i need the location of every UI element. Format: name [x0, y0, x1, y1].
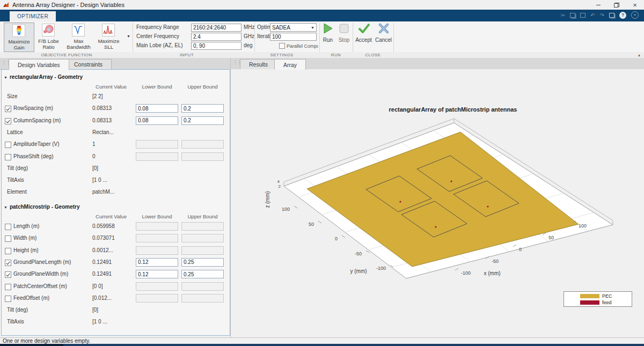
quick-access-toolbar: ✂ ↶ ↷ ? ▾ — [561, 11, 639, 19]
cut-icon[interactable]: ✂ — [561, 12, 565, 18]
minimize-button[interactable] — [589, 0, 608, 10]
variable-checkbox[interactable] — [5, 296, 11, 302]
y-axis-label: y (mm) — [350, 268, 367, 274]
fb-lobe-ratio-button[interactable]: F/B Lobe Ratio — [34, 23, 63, 51]
lower-bound-input[interactable] — [136, 104, 178, 113]
section-header[interactable]: ▼rectangularArray - Geometry — [4, 74, 83, 80]
restore-button[interactable] — [608, 0, 626, 10]
lower-bound-input — [136, 294, 178, 303]
current-value: 0.08313 — [92, 117, 112, 123]
maximize-gain-button[interactable]: Maximize Gain — [4, 23, 34, 52]
variables-table: ▼rectangularArray - GeometryCurrent Valu… — [2, 70, 230, 335]
close-section-label: CLOSE — [354, 53, 392, 57]
section-header[interactable]: ▼patchMicrostrip - Geometry — [4, 204, 80, 210]
upper-bound-input — [181, 234, 224, 242]
objective-section-label: OBJECTIVE FUNCTION — [13, 53, 120, 57]
main-lobe-input[interactable] — [191, 42, 241, 50]
center-frequency-unit: GHz — [244, 33, 254, 39]
variable-checkbox[interactable] — [5, 106, 11, 112]
upper-bound-input[interactable] — [181, 270, 224, 278]
stop-icon — [338, 23, 350, 34]
column-header: Current Value — [82, 84, 141, 90]
variable-checkbox[interactable] — [5, 271, 11, 278]
upper-bound-input — [181, 140, 224, 149]
column-header: Upper Bound — [181, 84, 224, 90]
lower-bound-input[interactable] — [136, 258, 178, 267]
tab-optimizer[interactable]: OPTIMIZER — [10, 11, 56, 21]
undo-icon[interactable]: ↶ — [590, 12, 595, 18]
z-tick-label: 2 — [279, 184, 281, 189]
y-tick-label: 0 — [335, 236, 338, 241]
variable-label: Tilt (deg) — [7, 165, 28, 171]
window-layout-icon[interactable] — [609, 13, 614, 18]
sidelobe-pattern-icon — [102, 24, 115, 36]
copy-icon[interactable] — [570, 13, 575, 18]
tab-array[interactable]: Array — [274, 59, 306, 70]
center-frequency-input[interactable] — [191, 33, 241, 41]
run-label: Run — [320, 37, 335, 43]
collapse-ribbon-icon[interactable]: ▴ — [638, 53, 640, 57]
frequency-range-input[interactable] — [191, 24, 241, 32]
stop-button[interactable]: Stop — [336, 23, 352, 43]
play-icon — [322, 23, 334, 34]
variable-checkbox[interactable] — [5, 248, 11, 254]
matlab-logo-icon — [3, 2, 9, 8]
parallel-computing-checkbox[interactable] — [279, 43, 285, 49]
variable-label: Height (m) — [13, 247, 39, 253]
current-value: Rectan... — [92, 129, 114, 135]
main-lobe-label: Main Lobe (AZ, EL) — [136, 42, 183, 48]
optimizer-dropdown[interactable]: SADEA ▼ — [270, 23, 317, 32]
lower-bound-input — [136, 282, 178, 291]
max-bandwidth-button[interactable]: Max Bandwidth — [64, 23, 93, 51]
upper-bound-input[interactable] — [181, 258, 224, 267]
profile-icon[interactable]: ▾ — [631, 11, 639, 19]
window-title: Antenna Array Designer - Design Variable… — [12, 2, 125, 8]
current-value: [1 0 ... — [92, 319, 107, 325]
variable-checkbox[interactable] — [5, 224, 11, 230]
run-button[interactable]: Run — [320, 23, 335, 43]
upper-bound-input — [181, 222, 224, 231]
legend-label: feed — [602, 300, 612, 305]
array-view-panel: rectangularArray of patchMicrostrip ante… — [231, 69, 644, 337]
variable-label: RowSpacing (m) — [13, 105, 53, 111]
maximize-sll-button[interactable]: Maximize SLL — [94, 23, 123, 51]
close-button[interactable]: × — [626, 0, 644, 10]
help-icon[interactable]: ? — [619, 12, 626, 19]
variable-checkbox[interactable] — [5, 118, 11, 124]
accept-button[interactable]: Accept — [354, 23, 373, 43]
cancel-button[interactable]: Cancel — [374, 23, 393, 43]
variable-label: ColumnSpacing (m) — [13, 117, 61, 123]
variable-checkbox[interactable] — [5, 260, 11, 266]
current-value: [2 2] — [92, 93, 103, 99]
variable-checkbox[interactable] — [5, 235, 11, 242]
lower-bound-input — [136, 234, 178, 242]
button-label: Maximize SLL — [94, 38, 123, 50]
lower-bound-input[interactable] — [136, 116, 178, 125]
variable-checkbox[interactable] — [5, 154, 11, 160]
feed-point — [399, 201, 401, 202]
tab-constraints[interactable]: Constraints — [65, 59, 112, 69]
upper-bound-input[interactable] — [181, 116, 224, 125]
upper-bound-input — [181, 282, 224, 291]
x-icon — [377, 23, 390, 34]
objective-gallery-dropdown[interactable]: ▼ — [125, 32, 132, 40]
variable-label: TiltAxis — [7, 319, 24, 325]
tab-results[interactable]: Results — [240, 59, 277, 69]
iterations-input[interactable] — [270, 33, 317, 41]
variable-label: GroundPlaneLength (m) — [13, 259, 71, 265]
feed-point — [435, 226, 436, 227]
gain-pattern-icon — [12, 24, 25, 37]
variable-checkbox[interactable] — [5, 142, 11, 148]
tab-design-variables[interactable]: Design Variables — [9, 59, 69, 70]
chevron-down-icon: ▼ — [311, 26, 314, 30]
variable-checkbox[interactable] — [5, 284, 11, 290]
variable-label: Tilt (deg) — [7, 307, 28, 313]
y-tick-label: 50 — [309, 222, 314, 227]
variable-label: FeedOffset (m) — [13, 295, 49, 301]
x-axis-label: x (mm) — [484, 270, 500, 276]
frequency-range-unit: MHz — [244, 24, 255, 30]
redo-icon[interactable]: ↷ — [600, 12, 604, 18]
lower-bound-input[interactable] — [136, 270, 178, 278]
paste-icon[interactable] — [580, 13, 586, 18]
upper-bound-input[interactable] — [181, 104, 224, 113]
